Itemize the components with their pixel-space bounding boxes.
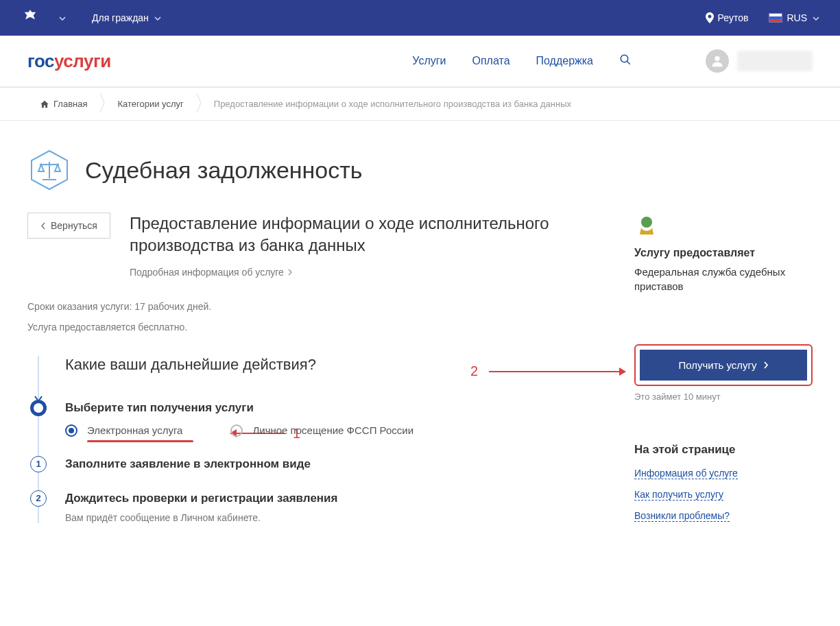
service-term: Сроки оказания услуги: 17 рабочих дней. [27,301,593,312]
chevron-down-icon [154,14,161,22]
location-selector[interactable]: Реутов [706,12,749,23]
step-choose-type: Выберите тип получения услуги [65,401,593,415]
cta-note: Это займет 10 минут [634,392,813,402]
radio-electronic[interactable]: Электронная услуга 1 [65,424,182,437]
avatar-icon [706,49,729,73]
home-icon [40,99,49,109]
user-name-redacted [737,51,813,71]
on-page-heading: На этой странице [634,443,813,457]
language-selector[interactable]: RUS [769,12,819,23]
on-this-page: На этой странице Информация об услуге Ка… [634,443,813,522]
annotation-arrow-2: 2 [470,363,626,379]
flag-icon [769,13,782,23]
location-label: Реутов [718,12,749,23]
timeline: Какие ваши дальнейшие действия? Выберите… [27,356,593,523]
logo[interactable]: госуслуги [27,51,111,72]
chevron-right-icon [764,361,769,369]
service-title: Предоставление информации о ходе исполни… [130,213,593,257]
step-wait-sub: Вам придёт сообщение в Личном кабинете. [65,512,593,523]
nav-support[interactable]: Поддержка [536,55,593,67]
breadcrumb-categories[interactable]: Категории услуг [105,99,195,109]
breadcrumb-separator [196,93,202,115]
breadcrumb: Главная Категории услуг Предоставление и… [0,88,840,121]
service-free: Услуга предоставляется бесплатно. [27,322,593,333]
cta-highlight: 2 Получить услугу [634,344,813,386]
breadcrumb-current: Предоставление информации о ходе исполни… [202,99,584,109]
on-page-link[interactable]: Как получить услугу [634,489,723,501]
emblem-icon[interactable] [21,8,40,27]
audience-selector[interactable]: Для граждан [92,12,161,23]
radio-icon [65,424,77,437]
nav-services[interactable]: Услуги [412,55,446,67]
on-page-link[interactable]: Возникли проблемы? [634,510,730,522]
audience-label: Для граждан [92,12,149,23]
topbar: Для граждан Реутов RUS [0,0,840,36]
chevron-right-icon [288,269,292,276]
timeline-marker-2: 2 [30,490,47,507]
svg-point-2 [715,56,719,61]
pin-icon [706,12,714,23]
breadcrumb-separator [99,93,105,115]
svg-point-0 [621,55,628,62]
authority-name: Федеральная служба судебных приставов [634,265,813,293]
authority-heading: Услугу предоставляет [634,247,813,259]
get-service-button[interactable]: Получить услугу [640,350,807,381]
emblem-dropdown-icon[interactable] [59,14,66,22]
chevron-down-icon [813,14,819,22]
breadcrumb-home[interactable]: Главная [27,99,99,109]
page-hero: Судебная задолженность [0,121,840,213]
step-wait: Дождитесь проверки и регистрации заявлен… [65,492,593,505]
service-details-link[interactable]: Подробная информация об услуге [130,267,593,278]
search-icon[interactable] [619,53,632,69]
nav-payment[interactable]: Оплата [472,55,509,67]
chevron-left-icon [40,222,45,230]
svg-line-1 [627,61,630,64]
page-title: Судебная задолженность [85,157,363,184]
annotation-underline [87,440,193,442]
radio-icon [230,424,243,437]
back-button[interactable]: Вернуться [27,213,110,239]
lang-label: RUS [787,12,807,23]
on-page-link[interactable]: Информация об услуге [634,468,738,479]
authority-icon [634,213,659,237]
timeline-marker-1: 1 [30,456,47,472]
svg-point-7 [641,217,652,228]
radio-personal[interactable]: Личное посещение ФССП России [230,424,413,437]
user-menu[interactable] [706,49,813,73]
service-category-icon [27,148,71,192]
timeline-marker-active [30,400,47,416]
main-nav: госуслуги Услуги Оплата Поддержка [0,36,840,88]
step-fill: Заполните заявление в электронном виде [65,457,593,471]
